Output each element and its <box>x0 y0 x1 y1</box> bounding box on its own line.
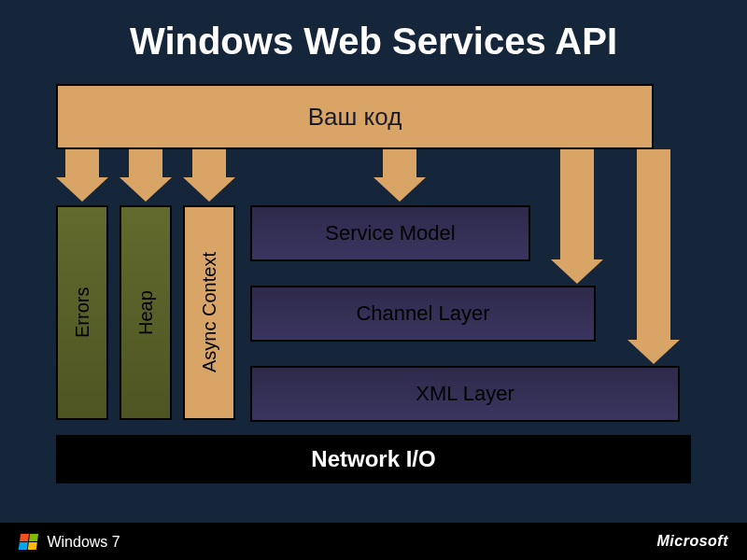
arrow-down-icon <box>374 177 426 202</box>
windows-flag-icon <box>18 533 39 550</box>
windows-logo: Windows 7 <box>19 533 120 551</box>
user-code-box: Ваш код <box>56 84 654 149</box>
layer-service-model: Service Model <box>250 205 530 261</box>
footer-bar: Windows 7 Microsoft <box>0 523 747 560</box>
arrow-down-icon <box>627 340 680 364</box>
arrow-down-icon <box>183 177 235 202</box>
arrow-down-icon <box>551 259 603 284</box>
layer-xml: XML Layer <box>250 366 680 422</box>
slide-title: Windows Web Services API <box>0 0 747 63</box>
arrow-shaft <box>560 149 594 259</box>
pillar-async-context: Async Context <box>183 205 235 420</box>
arrow-shaft <box>129 149 162 177</box>
arrow-down-icon <box>120 177 172 202</box>
pillar-errors: Errors <box>56 205 108 420</box>
arrow-down-icon <box>56 177 108 202</box>
arrow-shaft <box>192 149 226 177</box>
pillar-heap: Heap <box>120 205 172 420</box>
architecture-diagram: Ваш код Errors Heap Async Context Servic… <box>56 84 691 476</box>
arrow-shaft <box>383 149 416 177</box>
arrow-shaft <box>637 149 670 340</box>
layer-channel: Channel Layer <box>250 286 596 342</box>
microsoft-logo: Microsoft <box>657 533 729 550</box>
network-io-box: Network I/O <box>56 435 691 483</box>
arrow-shaft <box>65 149 99 177</box>
